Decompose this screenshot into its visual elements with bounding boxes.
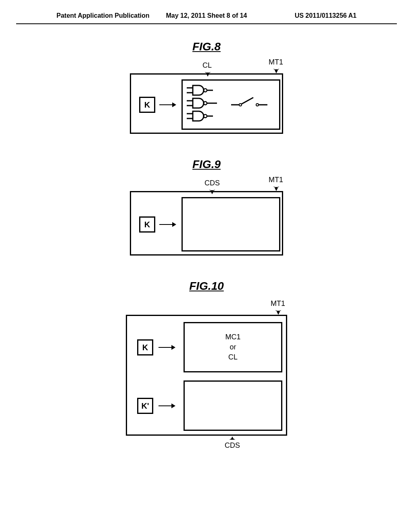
- fig10-kprime-block: K': [137, 398, 153, 414]
- fig9-label-cds: CDS: [204, 179, 220, 187]
- fig10-label-cds: CDS: [225, 441, 240, 450]
- fig10-title: FIG.10: [189, 280, 224, 293]
- fig9-outer-box: K: [130, 191, 283, 256]
- fig10-k-block: K: [137, 339, 153, 355]
- fig10-inner-box-bottom: [184, 380, 282, 431]
- figures-container: FIG.8 CL MT1 K: [0, 24, 413, 456]
- fig9-arrow: [159, 224, 175, 225]
- fig8-title: FIG.8: [192, 40, 221, 53]
- svg-point-15: [256, 104, 259, 106]
- fig10-inner-box-top: MC1 or CL: [184, 322, 282, 372]
- fig9-title: FIG.9: [192, 158, 221, 171]
- fig8-label-mt1: MT1: [269, 58, 283, 66]
- fig9-label-mt1: MT1: [269, 176, 283, 184]
- fig10-label-mt1: MT1: [271, 299, 285, 308]
- svg-line-14: [242, 98, 253, 104]
- fig8-label-cl: CL: [202, 61, 212, 70]
- header-center: May 12, 2011 Sheet 8 of 14: [156, 12, 257, 19]
- fig10-inner-or: or: [229, 342, 236, 352]
- fig9-diagram: CDS MT1 K: [130, 191, 283, 256]
- header-left: Patent Application Publication: [56, 12, 156, 19]
- svg-point-13: [239, 104, 242, 106]
- fig8-diagram: CL MT1 K: [130, 73, 283, 134]
- fig9-inner-box: [181, 197, 280, 251]
- header-right: US 2011/0113256 A1: [257, 12, 357, 19]
- fig8-circuit-icon: [183, 81, 282, 131]
- fig10-inner-mc1: MC1: [225, 332, 240, 342]
- fig10-inner-cl: CL: [228, 352, 238, 362]
- fig10-arrow-bottom: [159, 405, 175, 406]
- fig8-inner-box: [181, 79, 280, 130]
- page-header: Patent Application Publication May 12, 2…: [16, 0, 397, 24]
- fig8-k-block: K: [139, 97, 155, 113]
- svg-point-6: [204, 102, 207, 105]
- fig8-arrow: [159, 104, 175, 105]
- fig10-arrow-top: [159, 347, 175, 348]
- fig10-outer-box: K MC1 or CL K': [126, 315, 287, 436]
- svg-point-10: [204, 114, 207, 118]
- svg-point-2: [204, 89, 207, 92]
- fig8-outer-box: K: [130, 73, 283, 134]
- fig9-k-block: K: [139, 216, 155, 233]
- fig10-diagram: MT1 K MC1 or CL K' CDS: [126, 315, 287, 436]
